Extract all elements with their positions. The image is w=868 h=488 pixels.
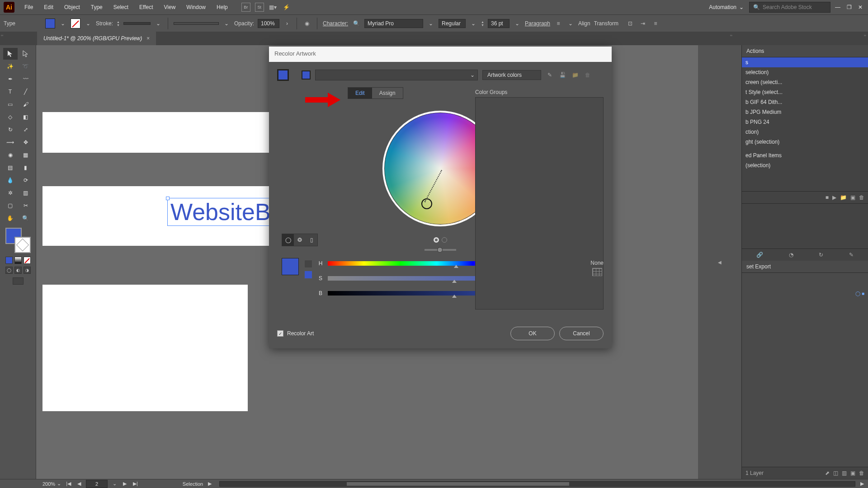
segmented-wheel-icon[interactable]: ❂ (294, 234, 306, 246)
active-color-swatch[interactable] (277, 69, 289, 81)
draw-behind[interactable]: ◐ (14, 267, 22, 274)
tabstrip-handle-right[interactable]: ›› (730, 33, 732, 38)
color-wheel-handle[interactable] (421, 198, 432, 209)
save-group-icon[interactable]: 💾 (558, 71, 566, 79)
font-search-icon[interactable]: 🔍 (352, 19, 361, 28)
menu-view[interactable]: View (159, 1, 181, 13)
stroke-weight-dropdown[interactable]: ⌄ (154, 19, 162, 28)
font-family-field[interactable]: Myriad Pro (364, 19, 423, 28)
arrange-docs-icon[interactable]: ▦▾ (269, 3, 278, 12)
type-tool[interactable]: T (3, 86, 18, 98)
zoom-tool[interactable]: 🔍 (19, 212, 33, 224)
smooth-wheel-icon[interactable]: ◯ (282, 234, 294, 246)
lasso-tool[interactable]: ➰ (19, 61, 33, 72)
artboard-tool[interactable]: ▢ (3, 200, 18, 211)
locate-icon[interactable]: ⬈ (825, 470, 830, 476)
brightness-slider[interactable] (425, 249, 456, 251)
link-icon[interactable]: 🔗 (756, 252, 763, 258)
slider-handle[interactable] (452, 295, 457, 298)
delete-layer-icon[interactable]: 🗑 (859, 470, 864, 476)
stroke-weight-field[interactable] (123, 22, 151, 25)
tab-edit[interactable]: Edit (348, 88, 372, 99)
color-bars-icon[interactable]: ▯ (306, 234, 317, 246)
refresh-icon[interactable]: ↻ (819, 252, 823, 258)
magic-wand-tool[interactable]: ✨ (3, 61, 18, 72)
action-item[interactable]: ght (selection) (742, 137, 868, 147)
align-to-icon[interactable]: ⇥ (638, 19, 647, 28)
menu-edit[interactable]: Edit (38, 1, 59, 13)
gpu-icon[interactable]: ⚡ (282, 3, 291, 12)
color-group-name-field[interactable]: ⌄ (315, 70, 478, 80)
color-mode-none[interactable] (24, 257, 31, 264)
profile-dropdown[interactable]: ⌄ (222, 19, 231, 28)
zoom-field[interactable]: 200%⌄ (42, 481, 61, 487)
current-color-preview[interactable] (282, 258, 299, 275)
slider-handle[interactable] (437, 247, 443, 253)
fill-swatch[interactable] (45, 19, 55, 28)
stroke-swatch[interactable] (71, 19, 80, 28)
paragraph-link[interactable]: Paragraph (525, 20, 550, 27)
scale-tool[interactable]: ⤢ (19, 124, 33, 136)
action-item[interactable]: b JPG Medium (742, 107, 868, 117)
paragraph-align-icon[interactable]: ≡ (554, 19, 563, 28)
make-clipping-icon[interactable]: ◫ (833, 470, 838, 476)
stock-search[interactable]: 🔍 Search Adobe Stock (749, 2, 830, 13)
action-item[interactable]: b GIF 64 Dith... (742, 97, 868, 107)
tabstrip-handle-left[interactable]: ‹‹ (0, 32, 5, 45)
blend-tool[interactable]: ⟳ (19, 174, 33, 186)
artboard-nav-dropdown[interactable]: ⌄ (111, 481, 118, 487)
asset-export-panel-tab[interactable]: set Export (742, 261, 868, 273)
preset-dropdown[interactable]: Artwork colors (482, 70, 541, 80)
gradient-tool[interactable]: ▮ (19, 162, 33, 174)
stop-icon[interactable]: ■ (826, 194, 829, 201)
stroke-dropdown[interactable]: ⌄ (84, 19, 92, 28)
recolor-art-checkbox[interactable]: ✓ (277, 330, 283, 337)
curvature-tool[interactable]: 〰 (19, 73, 33, 85)
stroke-box[interactable] (14, 237, 31, 253)
selected-text[interactable]: WebsiteB (167, 198, 274, 226)
document-tab[interactable]: Untitled-1* @ 200% (RGB/GPU Preview) × (37, 32, 156, 45)
action-item[interactable]: ed Panel Items (742, 150, 868, 160)
scrollbar-thumb[interactable] (347, 482, 569, 486)
new-action-icon[interactable]: ▣ (850, 194, 855, 201)
perspective-grid-tool[interactable]: ▦ (19, 149, 33, 161)
trash-icon[interactable]: 🗑 (584, 71, 592, 79)
draw-inside[interactable]: ◑ (24, 267, 31, 274)
fill-stroke-control[interactable] (5, 228, 31, 253)
hand-tool[interactable]: ✋ (3, 212, 18, 224)
transform-link[interactable]: Transform (594, 20, 618, 27)
font-size-dropdown[interactable]: ⌄ (513, 19, 521, 28)
action-item[interactable] (742, 147, 868, 150)
rotate-tool[interactable]: ↻ (3, 124, 18, 136)
get-colors-icon[interactable]: ✎ (546, 71, 554, 79)
menu-select[interactable]: Select (108, 1, 134, 13)
font-style-dropdown[interactable]: ⌄ (469, 19, 477, 28)
next-artboard-icon[interactable]: ▶ (122, 481, 128, 487)
shaper-tool[interactable]: ◇ (3, 111, 18, 123)
eraser-tool[interactable]: ◧ (19, 111, 33, 123)
swatch-grid-icon[interactable] (592, 268, 602, 276)
menu-window[interactable]: Window (181, 1, 211, 13)
tab-close-icon[interactable]: × (146, 35, 150, 42)
saturation-radio[interactable] (434, 237, 439, 243)
scroll-right-icon[interactable]: ▶ (859, 481, 865, 487)
opacity-more[interactable]: › (283, 19, 291, 28)
shape-builder-tool[interactable]: ◉ (3, 149, 18, 161)
slider-handle[interactable] (452, 280, 457, 283)
ok-button[interactable]: OK (510, 327, 555, 340)
pen-tool[interactable]: ✒ (3, 73, 18, 85)
menu-help[interactable]: Help (211, 1, 233, 13)
last-artboard-icon[interactable]: ▶| (132, 481, 139, 487)
recolor-icon[interactable]: ◉ (302, 19, 311, 28)
new-sublayer-icon[interactable]: ▥ (842, 470, 847, 476)
action-item[interactable]: creen (selecti... (742, 77, 868, 87)
screen-mode[interactable] (13, 277, 24, 285)
cancel-button[interactable]: Cancel (559, 327, 604, 340)
menu-type[interactable]: Type (85, 1, 108, 13)
restore-icon[interactable]: ❐ (847, 4, 852, 10)
fill-dropdown[interactable]: ⌄ (59, 19, 67, 28)
tab-assign[interactable]: Assign (372, 88, 403, 99)
symbol-sprayer-tool[interactable]: ✲ (3, 187, 18, 199)
clip-icon[interactable]: ◔ (789, 252, 793, 258)
actions-panel-tab[interactable]: Actions (742, 45, 868, 57)
